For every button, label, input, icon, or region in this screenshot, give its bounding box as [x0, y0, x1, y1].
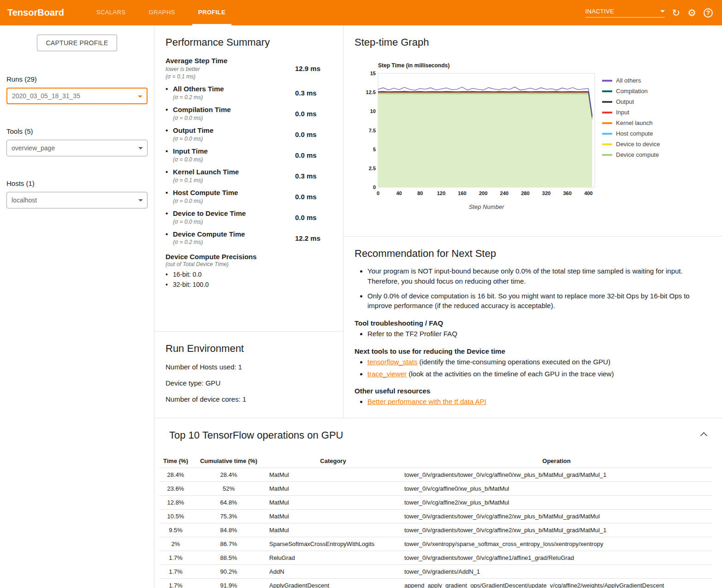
run-env-line: Device type: GPU	[166, 379, 332, 387]
metric-value: 0.3 ms	[295, 172, 332, 180]
chart-legend: All othersCompilationOutputInputKernel l…	[602, 77, 660, 214]
gear-icon[interactable]: ⚙	[687, 8, 696, 18]
bullet-icon: •	[166, 209, 173, 218]
bullet-icon: •	[166, 85, 173, 94]
svg-text:Step Number: Step Number	[469, 203, 504, 210]
table-cell: 10.5%	[160, 510, 192, 523]
top-ops-title: Top 10 TensorFlow operations on GPU	[169, 429, 343, 441]
legend-item: Output	[602, 98, 660, 105]
legend-item: Device to device	[602, 141, 660, 148]
table-cell: tower_0/v/cg/affine0/xw_plus_b/MatMul	[401, 482, 712, 496]
table-cell: SparseSoftmaxCrossEntropyWithLogits	[266, 537, 401, 551]
table-cell: append_apply_gradient_ops/GradientDescen…	[401, 579, 712, 588]
recommendation-item-text: (look at the activities on the timeline …	[407, 370, 614, 378]
tab-scalars[interactable]: SCALARS	[90, 0, 132, 25]
chart-title: Step Time (in milliseconds)	[378, 62, 711, 69]
svg-text:40: 40	[397, 190, 402, 196]
chevron-up-icon[interactable]	[700, 432, 708, 440]
table-cell: MatMul	[266, 523, 401, 537]
table-cell: 9.5%	[160, 523, 192, 537]
metric-name-text: Host Compute Time	[173, 189, 238, 196]
hosts-label: Hosts (1)	[6, 179, 148, 187]
table-cell: tower_0/v/cg/affine2/xw_plus_b/MatMul	[401, 496, 712, 510]
table-cell: 28.4%	[192, 468, 266, 482]
metric-value: 0.0 ms	[295, 110, 332, 118]
recommendation-section-list: Better performance with the tf.data API	[355, 397, 704, 407]
column-header: Category	[266, 454, 401, 468]
svg-text:200: 200	[479, 190, 487, 196]
precision-item: •32-bit: 100.0	[166, 281, 332, 288]
resource-link[interactable]: Better performance with the tf.data API	[367, 398, 486, 405]
run-env-line: Number of Hosts used: 1	[166, 363, 332, 371]
svg-text:0: 0	[377, 190, 379, 196]
refresh-icon[interactable]: ↻	[672, 8, 681, 18]
legend-item: Input	[602, 109, 660, 116]
resource-link[interactable]: tensorflow_stats	[367, 358, 417, 366]
help-icon[interactable]: ?	[704, 8, 713, 18]
recommendation-bullets: Your program is NOT input-bound because …	[355, 266, 704, 311]
recommendation-item: Refer to the TF2 Profiler FAQ	[367, 329, 704, 339]
metric-row: •Host Compute Time(σ = 0.0 ms)0.0 ms	[166, 189, 332, 205]
table-cell: MatMul	[266, 510, 401, 523]
table-cell: ApplyGradientDescent	[266, 579, 401, 588]
metric-row: •Kernel Launch Time(σ = 0.1 ms)0.3 ms	[166, 168, 332, 184]
runs-select[interactable]: 2020_03_05_18_31_35	[6, 88, 148, 104]
table-cell: 64.8%	[192, 496, 266, 510]
legend-swatch	[602, 112, 612, 113]
metric-row: •Output Time(σ = 0.0 ms)0.0 ms	[166, 126, 332, 143]
legend-item: All others	[602, 77, 660, 84]
tab-graphs[interactable]: GRAPHS	[143, 0, 181, 25]
legend-item: Compilation	[602, 88, 660, 95]
svg-text:400: 400	[584, 190, 592, 196]
metric-name-text: All Others Time	[173, 85, 224, 93]
recommendation-section-list: tensorflow_stats (identify the time-cons…	[355, 357, 704, 379]
legend-swatch	[602, 143, 612, 145]
table-cell: 1.7%	[160, 579, 192, 588]
table-cell: 23.6%	[160, 482, 192, 496]
metric-name-text: Input Time	[173, 147, 208, 155]
table-row: 2%86.7%SparseSoftmaxCrossEntropyWithLogi…	[160, 537, 712, 551]
table-header-row: Time (%)Cumulative time (%)CategoryOpera…	[160, 454, 712, 468]
tools-select[interactable]: overview_page	[6, 140, 148, 156]
precision-text: 32-bit: 100.0	[173, 281, 209, 288]
metric-name-text: Compilation Time	[173, 106, 231, 113]
metric-name-text: Device to Device Time	[173, 209, 246, 217]
recommendation-bullet: Your program is NOT input-bound because …	[367, 266, 704, 286]
svg-text:280: 280	[521, 190, 529, 196]
svg-text:10: 10	[370, 108, 376, 114]
table-cell: 28.4%	[160, 468, 192, 482]
legend-item: Kernel launch	[602, 119, 660, 126]
status-label: INACTIVE	[586, 8, 614, 15]
status-dropdown[interactable]: INACTIVE	[586, 8, 665, 18]
legend-item: Host compute	[602, 130, 660, 137]
svg-text:2.5: 2.5	[369, 166, 376, 171]
column-header: Time (%)	[160, 454, 192, 468]
bullet-icon: •	[166, 230, 173, 239]
table-cell: 12.8%	[160, 496, 192, 510]
legend-label: Device compute	[616, 151, 659, 158]
metric-sigma: (σ = 0.1 ms)	[173, 177, 295, 184]
table-cell: 52%	[192, 482, 266, 496]
table-cell: MatMul	[266, 468, 401, 482]
runs-select-value: 2020_03_05_18_31_35	[12, 92, 80, 100]
legend-swatch	[602, 80, 612, 82]
capture-profile-button[interactable]: CAPTURE PROFILE	[37, 35, 117, 51]
resource-link[interactable]: trace_viewer	[367, 370, 407, 378]
metric-name-text: Average Step Time	[166, 57, 227, 65]
table-cell: tower_0/v/gradients/tower_0/v/cg/affine2…	[401, 523, 712, 537]
performance-summary-card: Performance Summary Average Step Timelow…	[154, 25, 343, 332]
precision-item: •16-bit: 0.0	[166, 271, 332, 278]
table-row: 28.4%28.4%MatMultower_0/v/gradients/towe…	[160, 468, 712, 482]
legend-label: All others	[616, 77, 641, 84]
table-cell: tower_0/v/gradients/tower_0/v/cg/affine2…	[401, 510, 712, 523]
bullet-icon: •	[166, 189, 173, 197]
precision-text: 16-bit: 0.0	[173, 271, 201, 278]
table-cell: 90.2%	[192, 565, 266, 579]
table-cell: 91.9%	[192, 579, 266, 588]
precisions-note: (out of Total Device Time)	[166, 261, 332, 268]
tab-profile[interactable]: PROFILE	[192, 0, 231, 25]
hosts-select[interactable]: localhost	[6, 192, 148, 208]
table-cell: tower_0/v/gradients/tower_0/v/cg/affine1…	[401, 551, 712, 565]
metric-note: lower is better	[166, 65, 295, 73]
metrics-list: Average Step Timelower is better(σ = 0.1…	[166, 57, 332, 246]
